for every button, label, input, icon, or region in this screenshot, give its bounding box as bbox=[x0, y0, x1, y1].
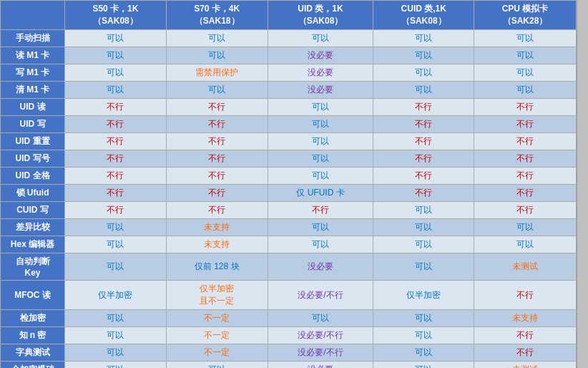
cell-s70: 不行 bbox=[166, 202, 268, 219]
table-row: UID 写号不行不行可以不行不行 bbox=[1, 150, 577, 168]
cell-s50: 不行 bbox=[65, 99, 167, 116]
cell-cpu: 不行 bbox=[474, 116, 577, 133]
feature-comparison-table: S50 卡，1K （SAK08） S70 卡，4K （SAK18） UID 类，… bbox=[0, 0, 577, 368]
cell-uid: 可以 bbox=[268, 219, 373, 236]
cell-cpu: 不行 bbox=[474, 281, 577, 310]
cell-s70: 不行 bbox=[166, 168, 268, 185]
row-label: 锁 Ufuid bbox=[1, 185, 65, 202]
row-label: UID 全格 bbox=[1, 168, 65, 185]
cell-uid: 可以 bbox=[268, 310, 373, 327]
cell-uid: 可以 bbox=[268, 150, 373, 168]
cell-cpu: 未测试 bbox=[474, 362, 577, 369]
row-label: 知 n 密 bbox=[1, 327, 65, 344]
col-header-feature bbox=[1, 1, 65, 30]
cell-cpu: 不行 bbox=[474, 185, 577, 202]
cell-uid: 没必要 bbox=[268, 253, 373, 281]
table-row: 清 M1 卡可以可以没必要可以可以 bbox=[1, 82, 577, 99]
cell-s50: 可以 bbox=[65, 253, 167, 281]
cell-cuid: 可以 bbox=[373, 30, 474, 47]
cell-cuid: 可以 bbox=[373, 202, 474, 219]
cell-cpu: 可以 bbox=[474, 219, 577, 236]
row-label: 写 M1 卡 bbox=[1, 64, 65, 82]
cell-cuid: 可以 bbox=[373, 310, 474, 327]
cell-cpu: 不行 bbox=[474, 150, 577, 168]
cell-cuid: 可以 bbox=[373, 327, 474, 344]
cell-cuid: 仅半加密 bbox=[373, 281, 474, 310]
row-label: 清 M1 卡 bbox=[1, 82, 65, 99]
cell-s70: 仅半加密 且不一定 bbox=[166, 281, 268, 310]
cell-cpu: 可以 bbox=[474, 236, 577, 253]
cell-cuid: 可以 bbox=[373, 64, 474, 82]
row-label: 检加密 bbox=[1, 310, 65, 327]
cell-s50: 可以 bbox=[65, 236, 167, 253]
cell-s70: 不一定 bbox=[166, 344, 268, 362]
table-row: 写 M1 卡可以需禁用保护没必要可以可以 bbox=[1, 64, 577, 82]
cell-cuid: 可以 bbox=[373, 47, 474, 64]
cell-cpu: 可以 bbox=[474, 47, 577, 64]
table-row: 差异比较可以未支持可以可以可以 bbox=[1, 219, 577, 236]
cell-s70: 仅前 128 块 bbox=[166, 253, 268, 281]
table-row: 手动扫描可以可以可以可以可以 bbox=[1, 30, 577, 47]
cell-uid: 没必要 bbox=[268, 47, 373, 64]
table-row: 自动判断 Key可以仅前 128 块没必要可以未测试 bbox=[1, 253, 577, 281]
cell-cuid: 不行 bbox=[373, 116, 474, 133]
table-row: 字典测试可以不一定没必要/不行可以不行 bbox=[1, 344, 577, 362]
cell-s50: 仅半加密 bbox=[65, 281, 167, 310]
cell-uid: 可以 bbox=[268, 168, 373, 185]
cell-uid: 没必要 bbox=[268, 82, 373, 99]
cell-s50: 不行 bbox=[65, 116, 167, 133]
cell-s70: 未支持 bbox=[166, 236, 268, 253]
cell-uid: 没必要 bbox=[268, 362, 373, 369]
cell-cuid: 不行 bbox=[373, 99, 474, 116]
cell-s50: 不行 bbox=[65, 202, 167, 219]
cell-uid: 仅 UFUID 卡 bbox=[268, 185, 373, 202]
cell-s50: 可以 bbox=[65, 64, 167, 82]
cell-s50: 不行 bbox=[65, 150, 167, 168]
table-row: UID 读不行不行可以不行不行 bbox=[1, 99, 577, 116]
row-label: MFOC 读 bbox=[1, 281, 65, 310]
table-row: MFOC 读仅半加密仅半加密 且不一定没必要/不行仅半加密不行 bbox=[1, 281, 577, 310]
table-row: 知 n 密可以不一定没必要/不行可以不行 bbox=[1, 327, 577, 344]
cell-cpu: 不行 bbox=[474, 344, 577, 362]
cell-s70: 未支持 bbox=[166, 219, 268, 236]
cell-cpu: 未支持 bbox=[474, 310, 577, 327]
cell-cuid: 可以 bbox=[373, 253, 474, 281]
cell-cuid: 可以 bbox=[373, 362, 474, 369]
row-label: 读 M1 卡 bbox=[1, 47, 65, 64]
cell-cuid: 不行 bbox=[373, 185, 474, 202]
cell-cpu: 不行 bbox=[474, 168, 577, 185]
cell-uid: 没必要/不行 bbox=[268, 344, 373, 362]
table-row: UID 重置不行不行可以不行不行 bbox=[1, 133, 577, 150]
row-label: UID 写号 bbox=[1, 150, 65, 168]
table-row: Hex 编辑器可以未支持可以可以可以 bbox=[1, 236, 577, 253]
cell-uid: 可以 bbox=[268, 30, 373, 47]
table-row: UID 写不行不行可以不行不行 bbox=[1, 116, 577, 133]
col-header-cpu: CPU 模拟卡 （SAK28） bbox=[474, 1, 577, 30]
cell-uid: 可以 bbox=[268, 236, 373, 253]
cell-s50: 不行 bbox=[65, 168, 167, 185]
cell-s50: 可以 bbox=[65, 327, 167, 344]
cell-s70: 不行 bbox=[166, 116, 268, 133]
cell-s70: 可以 bbox=[166, 30, 268, 47]
table-row: 锁 Ufuid不行不行仅 UFUID 卡不行不行 bbox=[1, 185, 577, 202]
row-label: 自动判断 Key bbox=[1, 253, 65, 281]
cell-s70: 不一定 bbox=[166, 310, 268, 327]
row-label: 字典测试 bbox=[1, 344, 65, 362]
cell-s50: 可以 bbox=[65, 30, 167, 47]
cell-s70: 不行 bbox=[166, 185, 268, 202]
cell-s70: 不行 bbox=[166, 99, 268, 116]
table-row: UID 全格不行不行可以不行不行 bbox=[1, 168, 577, 185]
cell-cuid: 可以 bbox=[373, 344, 474, 362]
cell-uid: 可以 bbox=[268, 133, 373, 150]
cell-cuid: 可以 bbox=[373, 82, 474, 99]
col-header-s70: S70 卡，4K （SAK18） bbox=[166, 1, 268, 30]
cell-uid: 可以 bbox=[268, 99, 373, 116]
col-header-s50: S50 卡，1K （SAK08） bbox=[65, 1, 167, 30]
table-row: 全加密爆破可以可以没必要可以未测试 bbox=[1, 362, 577, 369]
cell-s70: 不行 bbox=[166, 133, 268, 150]
cell-cpu: 可以 bbox=[474, 64, 577, 82]
col-header-uid: UID 类，1K （SAK08） bbox=[268, 1, 373, 30]
vertical-scrollbar[interactable] bbox=[577, 0, 588, 368]
cell-cpu: 不行 bbox=[474, 327, 577, 344]
cell-uid: 不行 bbox=[268, 202, 373, 219]
